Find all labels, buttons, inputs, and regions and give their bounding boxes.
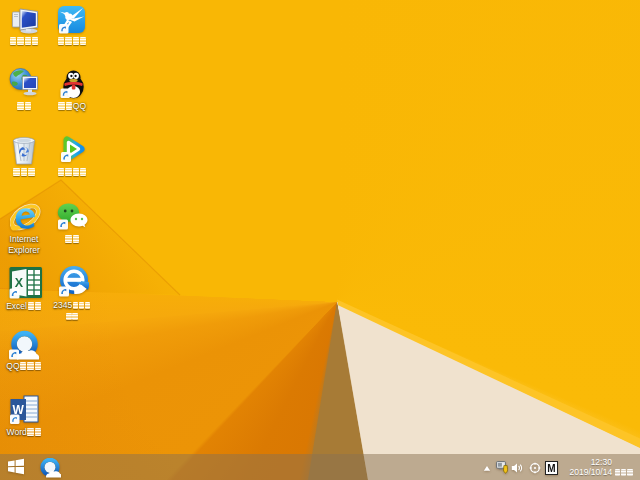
svg-text:M: M: [547, 463, 555, 474]
svg-text:X: X: [15, 276, 24, 290]
